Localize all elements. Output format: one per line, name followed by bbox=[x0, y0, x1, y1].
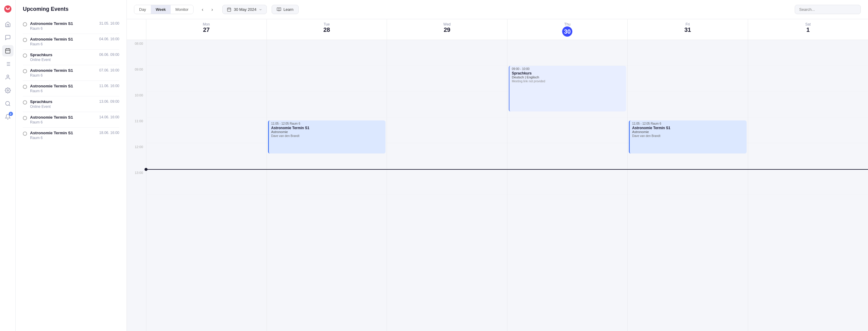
hour-cell bbox=[146, 169, 267, 195]
event-item[interactable]: Sprachkurs Online Event 06.06. 09:00 bbox=[23, 49, 119, 65]
day-label: Sat bbox=[749, 22, 867, 26]
event-time: 11:05 - 12:05 Raum 6 bbox=[632, 122, 744, 125]
event-info: Astronomie Termin S1 Raum 6 bbox=[30, 84, 96, 93]
day-label: Fri bbox=[629, 22, 747, 26]
event-subtitle: Deutsch | Englisch bbox=[512, 75, 624, 79]
event-dot bbox=[23, 38, 27, 42]
event-date: 14.06. 16:00 bbox=[99, 115, 119, 119]
event-date: 31.05. 16:00 bbox=[99, 21, 119, 26]
hour-cell bbox=[628, 92, 748, 118]
svg-rect-3 bbox=[5, 49, 10, 53]
event-info: Sprachkurs Online Event bbox=[30, 99, 96, 109]
hour-cell bbox=[748, 92, 868, 118]
event-person: Dave van den Brandt bbox=[271, 134, 383, 138]
event-subtitle: Astronomie bbox=[632, 130, 744, 134]
time-slot-label: 10:00 bbox=[127, 92, 146, 118]
event-item[interactable]: Astronomie Termin S1 Raum 6 07.06. 16:00 bbox=[23, 65, 119, 81]
hour-cell bbox=[267, 66, 387, 92]
search-input[interactable] bbox=[795, 5, 861, 14]
sidebar-item-calendar[interactable] bbox=[2, 45, 13, 57]
event-item[interactable]: Astronomie Termin S1 Raum 6 18.06. 16:00 bbox=[23, 128, 119, 143]
monitor-view-button[interactable]: Monitor bbox=[170, 5, 193, 14]
event-dot bbox=[23, 54, 27, 58]
left-panel: Upcoming Events Astronomie Termin S1 Rau… bbox=[16, 0, 127, 331]
event-time: 09:00 - 10:00 bbox=[512, 67, 624, 71]
event-person: Dave van den Brandt bbox=[632, 134, 744, 138]
event-info: Astronomie Termin S1 Raum 6 bbox=[30, 21, 96, 31]
event-date: 13.06. 09:00 bbox=[99, 99, 119, 104]
sidebar-item-home[interactable] bbox=[2, 19, 13, 30]
event-name: Sprachkurs bbox=[30, 99, 96, 104]
time-col-header bbox=[127, 19, 146, 40]
day-label: Wed bbox=[388, 22, 506, 26]
hour-cell bbox=[748, 169, 868, 195]
event-item[interactable]: Astronomie Termin S1 Raum 6 31.05. 16:00 bbox=[23, 18, 119, 34]
calendar-event[interactable]: 09:00 - 10:00SprachkursDeutsch | Englisc… bbox=[509, 66, 626, 111]
time-slot-label: 08:00 bbox=[127, 40, 146, 66]
hour-cell bbox=[387, 118, 507, 143]
hour-cell bbox=[146, 143, 267, 169]
day-column: 09:00 - 10:00SprachkursDeutsch | Englisc… bbox=[507, 40, 628, 331]
day-column: 11:05 - 12:05 Raum 6Astronomie Termin S1… bbox=[627, 40, 748, 331]
next-button[interactable]: › bbox=[208, 5, 216, 14]
hour-cell bbox=[387, 92, 507, 118]
event-item[interactable]: Astronomie Termin S1 Raum 6 04.06. 16:00 bbox=[23, 34, 119, 49]
event-item[interactable]: Sprachkurs Online Event 13.06. 09:00 bbox=[23, 96, 119, 112]
hour-cell bbox=[748, 118, 868, 143]
sidebar-item-tasks[interactable] bbox=[2, 58, 13, 70]
hour-cell bbox=[507, 143, 628, 169]
day-view-button[interactable]: Day bbox=[134, 5, 151, 14]
time-slot-label: 09:00 bbox=[127, 66, 146, 92]
event-sub: Online Event bbox=[30, 104, 96, 109]
sidebar-item-settings[interactable] bbox=[2, 85, 13, 96]
grid-cols: 11:05 - 12:05 Raum 6Astronomie Termin S1… bbox=[146, 40, 868, 331]
main-area: Day Week Monitor ‹ › 30 May 2024 Learn M… bbox=[127, 0, 868, 331]
events-list: Astronomie Termin S1 Raum 6 31.05. 16:00… bbox=[23, 18, 119, 143]
hour-cell bbox=[387, 66, 507, 92]
sidebar-item-contacts[interactable] bbox=[2, 71, 13, 83]
day-label: Mon bbox=[148, 22, 265, 26]
event-item[interactable]: Astronomie Termin S1 Raum 6 11.06. 16:00 bbox=[23, 81, 119, 96]
event-info: Astronomie Termin S1 Raum 6 bbox=[30, 115, 96, 124]
time-slot-label: 12:00 bbox=[127, 143, 146, 169]
current-time-line bbox=[146, 169, 868, 170]
event-name: Astronomie Termin S1 bbox=[30, 37, 96, 41]
day-column: 11:05 - 12:05 Raum 6Astronomie Termin S1… bbox=[267, 40, 387, 331]
sidebar-item-search[interactable] bbox=[2, 98, 13, 109]
event-info: Astronomie Termin S1 Raum 6 bbox=[30, 131, 96, 140]
event-name: Sprachkurs bbox=[30, 53, 96, 57]
event-sub: Raum 6 bbox=[30, 73, 96, 77]
calendar-header: Day Week Monitor ‹ › 30 May 2024 Learn bbox=[127, 0, 868, 19]
event-date: 11.06. 16:00 bbox=[99, 84, 119, 88]
svg-point-1 bbox=[6, 8, 7, 10]
date-picker[interactable]: 30 May 2024 bbox=[222, 5, 267, 14]
hour-cell bbox=[267, 40, 387, 66]
day-headers: Mon 27 Tue 28 Wed 29 Thu 30 Fri 31 Sat 1 bbox=[146, 19, 868, 40]
event-date: 07.06. 16:00 bbox=[99, 68, 119, 72]
day-col-header: Tue 28 bbox=[267, 19, 387, 40]
event-name: Astronomie Termin S1 bbox=[30, 131, 96, 135]
svg-line-16 bbox=[9, 105, 10, 106]
hour-cell bbox=[146, 92, 267, 118]
prev-button[interactable]: ‹ bbox=[198, 5, 207, 14]
nav-arrows: ‹ › bbox=[198, 5, 216, 14]
learn-label: Learn bbox=[283, 7, 293, 12]
hour-cell bbox=[146, 66, 267, 92]
current-time-dot bbox=[145, 168, 148, 171]
calendar-event[interactable]: 11:05 - 12:05 Raum 6Astronomie Termin S1… bbox=[629, 121, 747, 154]
week-view-button[interactable]: Week bbox=[151, 5, 170, 14]
time-slot-label: 11:00 bbox=[127, 118, 146, 143]
sidebar-item-messages[interactable] bbox=[2, 32, 13, 43]
event-sub: Online Event bbox=[30, 58, 96, 62]
event-time: 11:05 - 12:05 Raum 6 bbox=[271, 122, 383, 125]
event-item[interactable]: Astronomie Termin S1 Raum 6 14.06. 16:00 bbox=[23, 112, 119, 128]
event-name: Astronomie Termin S1 bbox=[30, 68, 96, 73]
day-col-header: Wed 29 bbox=[387, 19, 507, 40]
event-sub: Raum 6 bbox=[30, 120, 96, 124]
learn-button[interactable]: Learn bbox=[272, 5, 298, 14]
event-sub: Raum 6 bbox=[30, 89, 96, 93]
hour-cell bbox=[628, 40, 748, 66]
sidebar-item-notifications[interactable]: 2 bbox=[2, 111, 13, 123]
hour-cell bbox=[628, 66, 748, 92]
calendar-event[interactable]: 11:05 - 12:05 Raum 6Astronomie Termin S1… bbox=[268, 121, 386, 154]
